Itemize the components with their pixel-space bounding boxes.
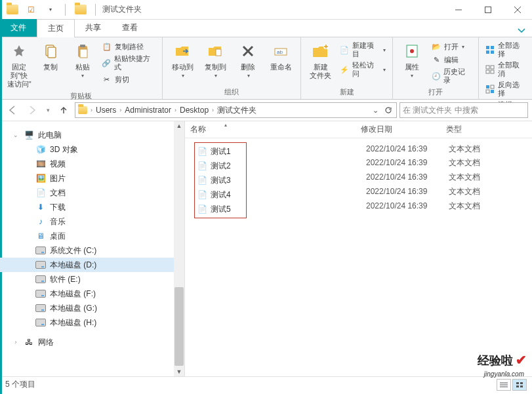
chevron-right-icon[interactable]: › bbox=[117, 107, 123, 113]
edit-button[interactable]: ✎编辑 bbox=[428, 54, 474, 66]
chevron-down-icon: ▾ bbox=[81, 73, 84, 79]
chevron-right-icon[interactable]: › bbox=[210, 107, 216, 113]
tree-pictures[interactable]: 🖼️图片 bbox=[0, 171, 184, 186]
minimize-button[interactable] bbox=[443, 0, 473, 20]
column-date[interactable]: 修改日期 bbox=[361, 124, 446, 135]
maximize-button[interactable] bbox=[473, 0, 502, 20]
column-headers[interactable]: 名称▴ 修改日期 类型 bbox=[185, 121, 532, 138]
scroll-up-icon[interactable]: ▲ bbox=[176, 121, 182, 130]
rename-button[interactable]: ab重命名 bbox=[265, 39, 297, 73]
navigation-tree[interactable]: ⌄🖥️此电脑 🧊3D 对象 🎞️视频 🖼️图片 📄文档 ⬇下载 ♪音乐 🖥桌面 … bbox=[0, 121, 185, 376]
back-button[interactable] bbox=[4, 102, 21, 119]
tree-drive-g[interactable]: 本地磁盘 (G:) bbox=[0, 301, 184, 315]
file-type: 文本文档 bbox=[449, 170, 480, 184]
tree-drive-e[interactable]: 软件 (E:) bbox=[0, 272, 184, 286]
history-button[interactable]: 🕘历史记录 bbox=[428, 67, 474, 85]
breadcrumb-segment[interactable]: Users bbox=[94, 106, 117, 115]
group-label: 打开 bbox=[428, 86, 443, 99]
svg-rect-24 bbox=[491, 85, 494, 89]
address-bar[interactable]: › Users › Administrator › Desktop › 测试文件… bbox=[75, 102, 397, 118]
chevron-down-icon: ▾ bbox=[215, 73, 217, 79]
navigation-bar: ▾ › Users › Administrator › Desktop › 测试… bbox=[0, 100, 532, 121]
up-button[interactable] bbox=[55, 102, 72, 119]
new-item-button[interactable]: 📄新建项目▾ bbox=[337, 41, 388, 59]
scroll-thumb[interactable] bbox=[174, 287, 184, 366]
svg-rect-8 bbox=[80, 49, 87, 58]
tree-network[interactable]: ›🖧网络 bbox=[0, 335, 184, 349]
svg-rect-1 bbox=[485, 7, 491, 12]
file-item[interactable]: 📄测试1 bbox=[195, 144, 246, 159]
network-icon: 🖧 bbox=[24, 337, 34, 347]
tree-3d-objects[interactable]: 🧊3D 对象 bbox=[0, 142, 184, 157]
file-list[interactable]: 📄测试1 📄测试2 📄测试3 📄测试4 📄测试5 2022/10/24 16:3… bbox=[185, 138, 532, 376]
copy-button[interactable]: 复制 bbox=[35, 39, 66, 73]
recent-locations-button[interactable]: ▾ bbox=[43, 102, 52, 119]
tree-drive-c[interactable]: 系统文件 (C:) bbox=[0, 243, 184, 258]
refresh-button[interactable] bbox=[382, 103, 395, 117]
pin-quick-access-button[interactable]: 固定到"快 速访问" bbox=[4, 39, 34, 90]
paste-shortcut-button[interactable]: 🔗粘贴快捷方式 bbox=[99, 54, 159, 72]
svg-rect-30 bbox=[516, 382, 519, 384]
scroll-down-icon[interactable]: ▼ bbox=[176, 367, 182, 376]
ribbon-collapse-button[interactable] bbox=[511, 22, 532, 37]
forward-button[interactable] bbox=[24, 102, 41, 119]
drive-icon bbox=[35, 274, 46, 285]
file-date: 2022/10/24 16:39 bbox=[361, 199, 446, 213]
tree-music[interactable]: ♪音乐 bbox=[0, 214, 184, 229]
tree-videos[interactable]: 🎞️视频 bbox=[0, 157, 184, 171]
group-label: 剪贴板 bbox=[70, 90, 92, 103]
breadcrumb-segment[interactable]: Administrator bbox=[123, 106, 173, 115]
breadcrumb-segment[interactable]: Desktop bbox=[178, 106, 210, 115]
qat-dropdown-icon[interactable]: ▾ bbox=[42, 3, 58, 17]
invert-selection-button[interactable]: 反向选择 bbox=[483, 80, 528, 98]
close-button[interactable] bbox=[502, 0, 532, 20]
tree-drive-f[interactable]: 本地磁盘 (F:) bbox=[0, 286, 184, 301]
tree-desktop[interactable]: 🖥桌面 bbox=[0, 229, 184, 243]
paste-button[interactable]: 粘贴 ▾ bbox=[68, 39, 98, 80]
open-button[interactable]: 📂打开▾ bbox=[428, 41, 474, 52]
tree-downloads[interactable]: ⬇下载 bbox=[0, 200, 184, 214]
view-icons-button[interactable] bbox=[512, 379, 527, 391]
file-item[interactable]: 📄测试2 bbox=[195, 159, 246, 173]
column-name[interactable]: 名称▴ bbox=[190, 124, 361, 135]
file-item[interactable]: 📄测试4 bbox=[195, 187, 246, 202]
delete-button[interactable]: 删除▾ bbox=[232, 39, 264, 80]
copy-path-button[interactable]: 📋复制路径 bbox=[99, 41, 159, 52]
new-folder-button[interactable]: 新建 文件夹 bbox=[305, 39, 335, 81]
explorer-body: ⌄🖥️此电脑 🧊3D 对象 🎞️视频 🖼️图片 📄文档 ⬇下载 ♪音乐 🖥桌面 … bbox=[0, 121, 532, 376]
cut-button[interactable]: ✂剪切 bbox=[99, 73, 159, 85]
qat-checkbox-icon[interactable]: ☑ bbox=[23, 3, 39, 17]
move-to-button[interactable]: 移动到▾ bbox=[167, 39, 198, 80]
new-item-icon: 📄 bbox=[340, 45, 350, 55]
copy-to-button[interactable]: 复制到▾ bbox=[199, 39, 231, 80]
folder-icon bbox=[77, 106, 89, 114]
svg-rect-15 bbox=[486, 46, 489, 49]
tab-share[interactable]: 共享 bbox=[75, 19, 112, 37]
easy-access-button[interactable]: ⚡轻松访问▾ bbox=[337, 60, 388, 79]
tree-documents[interactable]: 📄文档 bbox=[0, 186, 184, 200]
item-count: 5 个项目 bbox=[5, 379, 35, 390]
chevron-right-icon[interactable]: › bbox=[173, 107, 178, 113]
select-all-button[interactable]: 全部选择 bbox=[483, 41, 528, 59]
tab-home[interactable]: 主页 bbox=[37, 19, 75, 37]
properties-button[interactable]: 属性▾ bbox=[397, 39, 427, 80]
tree-this-pc[interactable]: ⌄🖥️此电脑 bbox=[0, 128, 184, 142]
tab-file[interactable]: 文件 bbox=[0, 19, 37, 37]
svg-rect-5 bbox=[48, 47, 56, 58]
file-item[interactable]: 📄测试3 bbox=[195, 173, 246, 187]
invert-icon bbox=[485, 84, 495, 94]
column-type[interactable]: 类型 bbox=[446, 124, 532, 135]
drive-icon bbox=[35, 260, 46, 270]
tab-view[interactable]: 查看 bbox=[112, 19, 148, 37]
tree-scrollbar[interactable]: ▲ ▼ bbox=[174, 121, 184, 376]
file-type: 文本文档 bbox=[449, 184, 480, 199]
tree-drive-d[interactable]: 本地磁盘 (D:) bbox=[0, 258, 184, 272]
breadcrumb-segment[interactable]: 测试文件夹 bbox=[216, 105, 258, 116]
view-details-button[interactable] bbox=[497, 379, 511, 391]
address-dropdown-button[interactable]: ⌄ bbox=[369, 103, 382, 117]
file-item[interactable]: 📄测试5 bbox=[195, 202, 246, 216]
chevron-right-icon[interactable]: › bbox=[89, 107, 94, 113]
tree-drive-h[interactable]: 本地磁盘 (H:) bbox=[0, 315, 184, 330]
select-none-button[interactable]: 全部取消 bbox=[483, 60, 528, 79]
search-input[interactable]: 在 测试文件夹 中搜索 bbox=[399, 102, 528, 118]
